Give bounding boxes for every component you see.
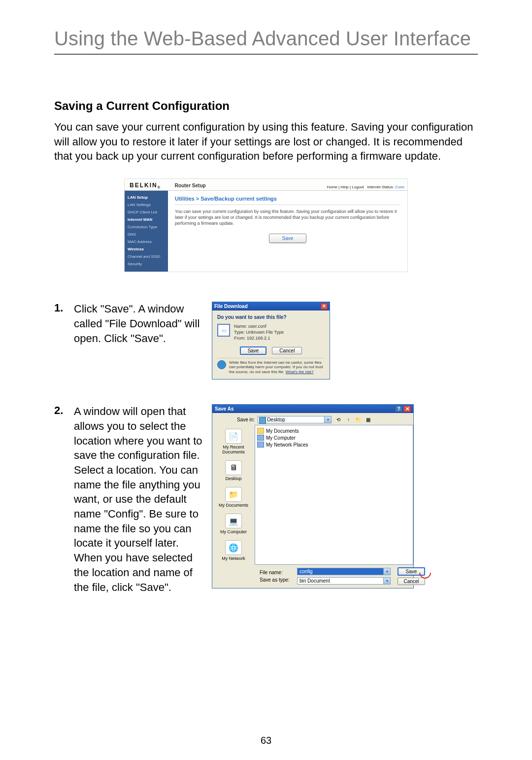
sidebar-item[interactable]: Security — [128, 260, 165, 268]
savetype-dropdown[interactable]: bin Document ▾ — [297, 577, 391, 585]
places-item[interactable]: 📁My Documents — [219, 487, 248, 508]
file-from: 192.168.2.1 — [247, 336, 270, 341]
step-number: 2. — [54, 404, 74, 417]
fd-save-button[interactable]: Save — [240, 346, 267, 355]
step-text: A window will open that allows you to se… — [74, 404, 212, 594]
sidebar-item[interactable]: DNS — [128, 231, 165, 238]
step-text: Click "Save". A window called "File Down… — [74, 302, 212, 345]
sidebar-item[interactable]: Wireless — [128, 245, 165, 253]
section-heading: Saving a Current Configuration — [54, 99, 478, 113]
sidebar-item[interactable]: DHCP Client List — [128, 208, 165, 216]
page-number: 63 — [0, 735, 532, 746]
close-icon[interactable]: ✕ — [321, 303, 328, 310]
file-name: user.conf — [248, 324, 266, 329]
file-icon: ▭ — [217, 324, 230, 337]
savein-label: Save in: — [237, 417, 255, 422]
section-body: You can save your current configuration … — [54, 120, 478, 164]
belkin-logo: BELKIN® — [130, 182, 160, 189]
router-main-text: You can save your current configuration … — [175, 209, 400, 226]
sidebar-item[interactable]: LAN Settings — [128, 201, 165, 208]
list-item[interactable]: My Documents — [257, 427, 411, 434]
filename-label: File name: — [260, 570, 293, 575]
chevron-down-icon: ▾ — [383, 568, 390, 575]
places-item[interactable]: 📄My Recent Documents — [214, 429, 253, 454]
risk-link[interactable]: What's the risk? — [286, 370, 314, 374]
places-item[interactable]: 🌐My Network — [222, 540, 245, 561]
router-sidebar: LAN SetupLAN SettingsDHCP Client ListInt… — [125, 191, 168, 272]
close-icon[interactable]: ✕ — [403, 406, 411, 412]
filename-input[interactable]: config ▾ — [297, 568, 391, 575]
nav-links[interactable]: Home | Help | Logout — [327, 185, 364, 189]
places-item[interactable]: 💻My Computer — [220, 514, 247, 534]
save-as-dialog: Save As ? ✕ Save in: Desktop ▾ ⟲↑📁▦ 📄My — [212, 404, 414, 588]
savetype-label: Save as type: — [260, 577, 293, 583]
sidebar-item[interactable]: Channel and SSID — [128, 253, 165, 260]
sa-cancel-button[interactable]: Cancel — [398, 578, 425, 585]
page-title: Using the Web-Based Advanced User Interf… — [54, 28, 478, 55]
toolbar-icon[interactable]: ⟲ — [334, 415, 342, 423]
list-item[interactable]: My Network Places — [257, 441, 411, 448]
router-status-bar: Home | Help | Logout Internet Status: Co… — [327, 185, 404, 189]
toolbar-icon[interactable]: ▦ — [364, 415, 372, 423]
file-download-dialog: File Download ✕ Do you want to save this… — [212, 302, 330, 380]
help-icon[interactable]: ? — [395, 406, 402, 412]
router-admin-panel: BELKIN® Router Setup Home | Help | Logou… — [124, 178, 408, 272]
places-item[interactable]: 🖥Desktop — [225, 460, 242, 481]
chevron-down-icon: ▾ — [383, 578, 390, 584]
sa-save-button[interactable]: Save — [398, 567, 425, 576]
dialog-question: Do you want to save this file? — [217, 314, 325, 320]
sidebar-item[interactable]: MAC Address — [128, 238, 165, 245]
chevron-down-icon: ▾ — [324, 416, 331, 423]
toolbar-icon[interactable]: 📁 — [354, 415, 362, 423]
file-list[interactable]: My DocumentsMy ComputerMy Network Places — [255, 425, 413, 565]
internet-status-value: Conn — [395, 185, 404, 189]
dialog-title: File Download — [214, 304, 248, 309]
sidebar-item[interactable]: Connection Type — [128, 223, 165, 231]
dialog-title: Save As — [215, 406, 234, 412]
router-save-button[interactable]: Save — [269, 234, 307, 243]
step-number: 1. — [54, 302, 74, 314]
fd-cancel-button[interactable]: Cancel — [272, 347, 302, 354]
router-setup-label: Router Setup — [175, 183, 206, 189]
breadcrumb: Utilities > Save/Backup current settings — [175, 196, 400, 205]
sidebar-item[interactable]: LAN Setup — [128, 194, 165, 201]
toolbar-icon[interactable]: ↑ — [344, 415, 352, 423]
list-item[interactable]: My Computer — [257, 434, 411, 441]
sidebar-item[interactable]: Internet WAN — [128, 216, 165, 223]
file-type: Unknown File Type — [246, 330, 284, 335]
shield-icon — [217, 360, 226, 369]
savein-dropdown[interactable]: Desktop ▾ — [258, 416, 332, 423]
